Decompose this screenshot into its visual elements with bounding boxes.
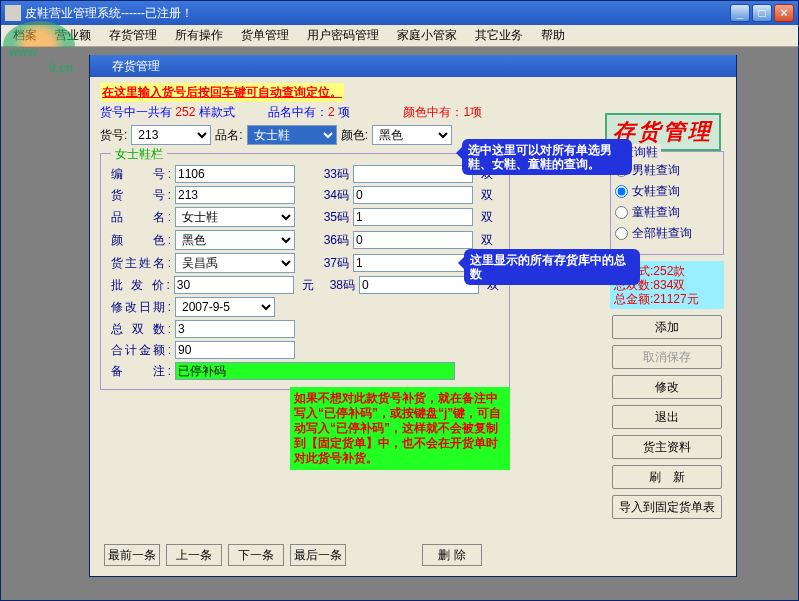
- heji-input[interactable]: [175, 341, 295, 359]
- menu-help[interactable]: 帮助: [533, 25, 573, 46]
- huohao-input[interactable]: [175, 186, 295, 204]
- edit-button[interactable]: 修改: [612, 375, 722, 399]
- huohao-select[interactable]: 213: [131, 125, 211, 145]
- size33-input[interactable]: [353, 165, 473, 183]
- app-title: 皮鞋营业管理系统------已注册！: [25, 5, 193, 22]
- menu-password[interactable]: 用户密码管理: [299, 25, 387, 46]
- menu-order[interactable]: 货单管理: [233, 25, 297, 46]
- green-note: 如果不想对此款货号补货，就在备注中写入“已停补码”，或按键盘“j”键，可自动写入…: [290, 387, 510, 470]
- exit-button[interactable]: 退出: [612, 405, 722, 429]
- size36-input[interactable]: [353, 231, 473, 249]
- dialog-title: 存货管理: [112, 58, 160, 75]
- menu-inventory[interactable]: 存货管理: [101, 25, 165, 46]
- huozhu-input[interactable]: 吴昌禹: [175, 253, 295, 273]
- huohao-label: 货号:: [100, 127, 127, 144]
- close-button[interactable]: ×: [774, 4, 794, 22]
- delete-button[interactable]: 删 除: [422, 544, 482, 566]
- main-window: 皮鞋营业管理系统------已注册！ _ □ × 档案 营业额 存货管理 所有操…: [0, 0, 799, 601]
- top-hint: 在这里输入货号后按回车键可自动查询定位。: [100, 83, 344, 102]
- minimize-button[interactable]: _: [730, 4, 750, 22]
- pinming-input[interactable]: 女士鞋: [175, 207, 295, 227]
- callout-query: 选中这里可以对所有单选男鞋、女鞋、童鞋的查询。: [462, 139, 632, 175]
- xiugai-input[interactable]: 2007-9-5: [175, 297, 275, 317]
- form-fieldset: 女士鞋栏 编 号: 33码 双 货 号: 34码 双: [100, 153, 510, 390]
- pinming-select[interactable]: 女士鞋: [247, 125, 337, 145]
- dialog-titlebar: 存货管理: [90, 55, 736, 77]
- owner-button[interactable]: 货主资料: [612, 435, 722, 459]
- radio-female[interactable]: 女鞋查询: [615, 183, 719, 200]
- callout-totals: 这里显示的所有存货库中的总数: [464, 249, 640, 285]
- menu-other[interactable]: 其它业务: [467, 25, 531, 46]
- radio-child[interactable]: 童鞋查询: [615, 204, 719, 221]
- export-button[interactable]: 导入到固定货单表: [612, 495, 722, 519]
- size38-input[interactable]: [359, 276, 479, 294]
- record-nav: 最前一条 上一条 下一条 最后一条 删 除: [104, 544, 482, 566]
- menu-household[interactable]: 家庭小管家: [389, 25, 465, 46]
- pifa-input[interactable]: [174, 276, 294, 294]
- right-panel: 查询鞋 男鞋查询 女鞋查询 童鞋查询 全部鞋查询 总款式:252款 总双数:83…: [610, 151, 724, 525]
- add-button[interactable]: 添加: [612, 315, 722, 339]
- size34-input[interactable]: [353, 186, 473, 204]
- dialog-icon: [94, 59, 108, 73]
- yanse-label: 颜色:: [341, 127, 368, 144]
- next-button[interactable]: 下一条: [228, 544, 284, 566]
- prev-button[interactable]: 上一条: [166, 544, 222, 566]
- yanse-select[interactable]: 黑色: [372, 125, 452, 145]
- titlebar: 皮鞋营业管理系统------已注册！ _ □ ×: [1, 1, 798, 25]
- app-icon: [5, 5, 21, 21]
- radio-all[interactable]: 全部鞋查询: [615, 225, 719, 242]
- inventory-dialog: 存货管理 在这里输入货号后按回车键可自动查询定位。 货号中一共有 252 样款式…: [89, 55, 737, 577]
- size35-input[interactable]: [353, 208, 473, 226]
- maximize-button[interactable]: □: [752, 4, 772, 22]
- menu-allops[interactable]: 所有操作: [167, 25, 231, 46]
- mdi-area: 存货管理 在这里输入货号后按回车键可自动查询定位。 货号中一共有 252 样款式…: [1, 47, 798, 600]
- zongshuang-input[interactable]: [175, 320, 295, 338]
- first-button[interactable]: 最前一条: [104, 544, 160, 566]
- beizhu-input[interactable]: [175, 362, 455, 380]
- menubar: 档案 营业额 存货管理 所有操作 货单管理 用户密码管理 家庭小管家 其它业务 …: [1, 25, 798, 47]
- yanse-input[interactable]: 黑色: [175, 230, 295, 250]
- bianhao-input[interactable]: [175, 165, 295, 183]
- watermark-text: www9.cn: [9, 43, 73, 75]
- fieldset-legend: 女士鞋栏: [111, 146, 167, 163]
- pinming-label: 品名:: [215, 127, 242, 144]
- last-button[interactable]: 最后一条: [290, 544, 346, 566]
- refresh-button[interactable]: 刷 新: [612, 465, 722, 489]
- cancel-save-button[interactable]: 取消保存: [612, 345, 722, 369]
